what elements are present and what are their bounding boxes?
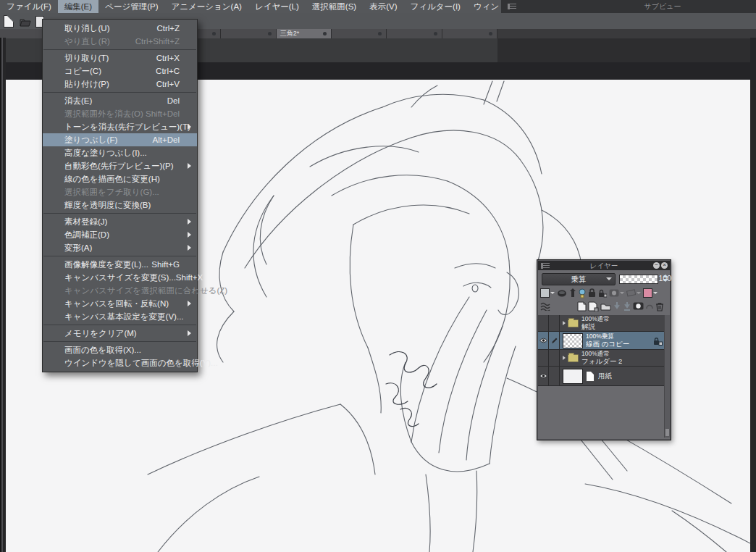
- clip-below-icon[interactable]: [557, 289, 567, 298]
- layer-row-paper[interactable]: 用紙: [538, 367, 665, 386]
- menu-item-label: 高度な塗りつぶし(I)...: [64, 148, 180, 159]
- document-tab[interactable]: [221, 29, 276, 38]
- document-tab[interactable]: [442, 29, 497, 38]
- menubar-item[interactable]: レイヤー(L): [248, 0, 306, 13]
- edit-menu-item[interactable]: ウインドウを隠して画面の色を取得(Y)...: [43, 356, 197, 369]
- layer-row-folder[interactable]: 100%通常 フォルダー 2: [538, 350, 665, 367]
- layer-row-folder[interactable]: 100%通常 解説: [538, 315, 665, 332]
- layers-palette-titlebar[interactable]: レイヤー − ×: [538, 261, 670, 270]
- menubar-item[interactable]: 選択範囲(S): [306, 0, 363, 13]
- edit-menu-item[interactable]: 輝度を透明度に変換(B): [43, 198, 197, 212]
- edit-menu-dropdown: 取り消し(U) Ctrl+Z やり直し(R) Ctrl+Shift+Z 切り取り…: [42, 19, 198, 372]
- menu-item-shortcut: Alt+Del: [153, 135, 180, 144]
- edit-menu-item[interactable]: キャンバスサイズを選択範囲に合わせる(Z): [43, 284, 197, 297]
- create-mask-icon[interactable]: [633, 302, 644, 310]
- menu-item-label: 切り取り(T): [64, 53, 156, 64]
- tab-status-dot[interactable]: [434, 32, 437, 35]
- merge-down-icon[interactable]: [623, 301, 631, 311]
- minimize-icon[interactable]: −: [653, 262, 660, 269]
- edit-menu-item[interactable]: コピー(C) Ctrl+C: [43, 64, 197, 78]
- open-file-icon[interactable]: [20, 17, 31, 30]
- lock-layer-icon[interactable]: [588, 288, 596, 298]
- chevron-down-icon: [606, 277, 612, 280]
- edit-menu-item[interactable]: キャンバスサイズを変更(S)... Shift+X: [43, 271, 197, 284]
- tab-status-dot[interactable]: [489, 32, 492, 35]
- document-tab[interactable]: [387, 29, 442, 38]
- eye-icon: [539, 373, 547, 379]
- menubar-item[interactable]: アニメーション(A): [164, 0, 248, 13]
- layer-thumbnail[interactable]: [563, 333, 583, 348]
- edit-menu-item[interactable]: キャンバス基本設定を変更(V)...: [43, 310, 197, 323]
- enable-mask-icon[interactable]: [609, 289, 624, 297]
- menubar-item[interactable]: 編集(E): [58, 0, 98, 13]
- ruler-range-icon[interactable]: [626, 289, 641, 297]
- layer-thumbnail[interactable]: [563, 369, 583, 384]
- transfer-down-icon[interactable]: [613, 301, 621, 311]
- edit-menu-item[interactable]: キャンバスを回転・反転(N): [43, 297, 197, 310]
- menu-item-shortcut: Ctrl+C: [156, 67, 180, 75]
- delete-layer-icon[interactable]: [655, 301, 664, 311]
- blend-mode-select[interactable]: 乗算: [542, 273, 616, 285]
- scrollbar-thumb[interactable]: [665, 429, 669, 436]
- menu-item-label: 画像解像度を変更(L)...: [64, 259, 151, 270]
- edit-menu-item[interactable]: 貼り付け(P) Ctrl+V: [43, 78, 197, 91]
- menu-item-label: 貼り付け(P): [64, 79, 156, 90]
- layer-row-selected[interactable]: 100%乗算 線画 のコピー: [538, 332, 665, 350]
- layer-list-scrollbar[interactable]: [664, 315, 670, 438]
- new-raster-layer-icon[interactable]: [577, 301, 587, 311]
- lock-transparent-pixels-icon[interactable]: [598, 288, 607, 298]
- new-layer-with-settings-icon[interactable]: [588, 301, 599, 311]
- close-icon[interactable]: ×: [661, 262, 668, 269]
- visibility-cell[interactable]: [538, 332, 549, 349]
- opacity-spin-down-icon[interactable]: [663, 279, 668, 282]
- palette-color-swatch[interactable]: [540, 288, 555, 298]
- edit-menu-item[interactable]: 取り消し(U) Ctrl+Z: [43, 22, 197, 35]
- document-tab[interactable]: [332, 29, 387, 38]
- edit-menu-item[interactable]: 素材登録(J): [43, 215, 197, 228]
- edit-menu-item[interactable]: 選択範囲をフチ取り(G)...: [43, 185, 197, 198]
- opacity-slider[interactable]: [619, 275, 658, 284]
- edit-menu-item[interactable]: 色調補正(D): [43, 228, 197, 241]
- menubar-item[interactable]: ページ管理(P): [98, 0, 164, 13]
- opacity-spin-up-icon[interactable]: [663, 275, 668, 277]
- edit-menu-item[interactable]: 塗りつぶし(F) Alt+Del: [43, 133, 197, 146]
- edit-menu-item[interactable]: メモリをクリア(M): [43, 327, 197, 340]
- edit-menu-item[interactable]: 自動彩色(先行プレビュー)(P): [43, 159, 197, 172]
- edit-menu-item[interactable]: 画像解像度を変更(L)... Shift+G: [43, 258, 197, 271]
- edit-menu-item[interactable]: 切り取り(T) Ctrl+X: [43, 51, 197, 64]
- tab-status-dot[interactable]: [268, 32, 272, 35]
- edit-menu-item[interactable]: 消去(E) Del: [43, 94, 197, 107]
- edit-menu-item[interactable]: やり直し(R) Ctrl+Shift+Z: [43, 35, 197, 48]
- edit-menu-item[interactable]: 選択範囲外を消去(O) Shift+Del: [43, 107, 197, 120]
- edit-menu-item[interactable]: 変形(A): [43, 241, 197, 254]
- apply-mask-icon[interactable]: [645, 302, 654, 311]
- edit-menu-item[interactable]: 高度な塗りつぶし(I)...: [43, 146, 197, 159]
- subview-panel-header: サブビュー: [501, 0, 756, 14]
- new-canvas-icon[interactable]: [4, 15, 14, 28]
- menu-separator: [43, 341, 196, 342]
- layer-color-swatch[interactable]: [643, 288, 658, 298]
- menubar-item[interactable]: ファイル(F): [0, 0, 58, 13]
- edit-menu-item[interactable]: トーンを消去(先行プレビュー)(T): [43, 120, 197, 133]
- expand-arrow-icon[interactable]: [563, 321, 566, 325]
- draft-layer-icon[interactable]: [579, 288, 586, 298]
- panel-menu-icon[interactable]: [541, 263, 550, 269]
- document-tab[interactable]: 三角2*: [277, 29, 332, 38]
- visibility-cell[interactable]: [538, 315, 549, 331]
- tab-status-dot[interactable]: [212, 32, 216, 35]
- tab-status-dot[interactable]: [378, 32, 382, 35]
- visibility-cell[interactable]: [538, 367, 549, 385]
- panel-menu-icon[interactable]: [508, 4, 516, 9]
- expand-arrow-icon[interactable]: [563, 356, 566, 360]
- folder-icon: [568, 354, 579, 362]
- menubar-item[interactable]: 表示(V): [363, 0, 403, 13]
- visibility-cell[interactable]: [538, 350, 549, 366]
- reference-layer-icon[interactable]: [569, 288, 576, 298]
- tab-status-dot[interactable]: [323, 32, 327, 35]
- edit-indicator-cell: [549, 350, 560, 366]
- edit-menu-item[interactable]: 線の色を描画色に変更(H): [43, 172, 197, 185]
- edit-menu-item[interactable]: 画面の色を取得(X)...: [43, 343, 197, 356]
- menubar-item[interactable]: フィルター(I): [404, 0, 467, 13]
- tone-lines-icon[interactable]: [540, 302, 552, 311]
- new-folder-icon[interactable]: [600, 302, 611, 311]
